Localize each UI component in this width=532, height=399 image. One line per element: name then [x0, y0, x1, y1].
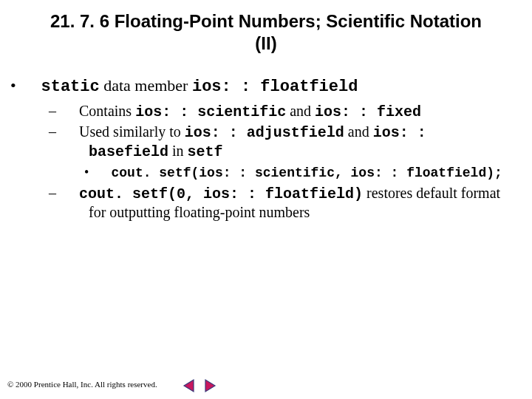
svg-marker-1	[205, 380, 215, 392]
body-text: Contains	[79, 103, 135, 119]
code-text: ios: : floatfield	[192, 78, 358, 96]
bullet-dot-icon: •	[24, 75, 37, 96]
bullet-level3: • cout. setf(ios: : scientific, ios: : f…	[108, 164, 510, 182]
nav-forward-button[interactable]	[202, 378, 217, 393]
bullet-dot-icon: •	[96, 164, 108, 181]
bullet-level2: – cout. setf(0, ios: : floatfield) resto…	[75, 184, 510, 222]
body-text: data member	[100, 76, 192, 95]
body-text: and	[286, 103, 315, 119]
bullet-dash-icon: –	[62, 102, 75, 120]
bullet-dash-icon: –	[62, 184, 75, 202]
bullet-level2: – Used similarly to ios: : adjustfield a…	[75, 123, 510, 161]
triangle-right-icon	[202, 378, 217, 393]
triangle-left-icon	[182, 378, 197, 393]
bullet-dash-icon: –	[62, 123, 75, 141]
body-text: Used similarly to	[79, 123, 185, 140]
slide-body: • static data member ios: : floatfield –…	[0, 55, 532, 222]
code-text: setf	[188, 143, 223, 160]
code-text: ios: : adjustfield	[185, 124, 344, 141]
slide: 21. 7. 6 Floating-Point Numbers; Scienti…	[0, 0, 532, 399]
bullet-level2: – Contains ios: : scientific and ios: : …	[75, 102, 510, 121]
code-text: ios: : fixed	[315, 103, 421, 120]
svg-marker-0	[184, 380, 194, 392]
nav-back-button[interactable]	[182, 378, 197, 393]
body-text: and	[344, 123, 373, 140]
code-text: cout. setf(0, ios: : floatfield)	[79, 185, 363, 202]
code-text: cout. setf(ios: : scientific, ios: : flo…	[112, 166, 502, 180]
body-text: in	[168, 143, 188, 159]
nav-controls	[182, 378, 217, 393]
code-text: static	[41, 78, 100, 96]
copyright-footer: © 2000 Prentice Hall, Inc. All rights re…	[7, 380, 157, 389]
code-text: ios: : scientific	[135, 103, 286, 120]
slide-title: 21. 7. 6 Floating-Point Numbers; Scienti…	[0, 0, 532, 55]
bullet-level1: • static data member ios: : floatfield	[37, 75, 510, 98]
